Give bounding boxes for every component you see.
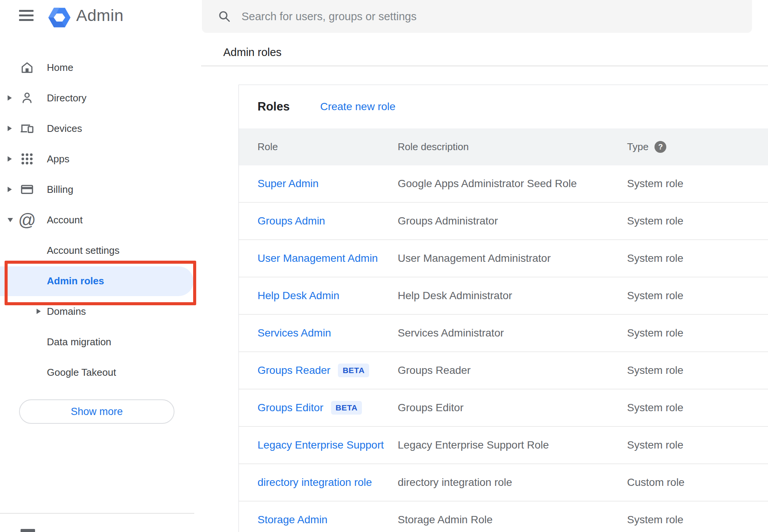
sidebar-item-apps[interactable]: Apps — [0, 144, 202, 174]
role-link[interactable]: User Management Admin — [258, 252, 378, 264]
devices-icon — [20, 121, 34, 136]
role-description: Help Desk Administrator — [398, 277, 512, 314]
table-row: User Management Admin User Management Ad… — [239, 240, 768, 277]
sidebar-item-label: Home — [47, 62, 73, 74]
role-link[interactable]: Legacy Enterprise Support — [258, 439, 384, 451]
create-new-role-link[interactable]: Create new role — [320, 101, 395, 113]
search-input[interactable] — [242, 10, 741, 23]
chevron-right-icon[interactable] — [8, 95, 12, 101]
role-type: System role — [627, 240, 683, 277]
table-row: Groups Admin Groups Administrator System… — [239, 203, 768, 240]
role-description: User Management Administrator — [398, 240, 551, 277]
sidebar-item-label: Account — [47, 214, 83, 226]
role-cell: Super Admin — [258, 165, 318, 202]
table-row: Super Admin Google Apps Administrator Se… — [239, 165, 768, 203]
credit-card-icon — [20, 182, 34, 197]
admin-console-screen: Admin Home Directory D — [0, 0, 768, 532]
search-bar[interactable] — [202, 0, 752, 33]
sidebar-item-label: Directory — [47, 92, 86, 104]
role-type: System role — [627, 165, 683, 202]
roles-card-header: Roles Create new role — [239, 85, 768, 128]
sidebar-item-label: Account settings — [47, 245, 120, 256]
role-link[interactable]: Storage Admin — [258, 514, 328, 526]
admin-logo-icon — [48, 7, 70, 28]
role-description: Groups Editor — [398, 389, 464, 426]
sidebar-item-label: Data migration — [47, 336, 111, 348]
role-type: System role — [627, 502, 683, 532]
sidebar-item-google-takeout[interactable]: Google Takeout — [0, 357, 202, 388]
role-link[interactable]: Help Desk Admin — [258, 290, 339, 302]
search-icon — [218, 10, 231, 23]
chevron-right-icon[interactable] — [8, 156, 12, 162]
show-more-button[interactable]: Show more — [19, 399, 174, 424]
chevron-right-icon[interactable] — [37, 309, 41, 314]
role-cell: Storage Admin — [258, 502, 328, 532]
person-icon — [20, 91, 34, 105]
role-description: Google Apps Administrator Seed Role — [398, 165, 577, 202]
app-bar: Admin — [0, 0, 202, 35]
role-link[interactable]: Groups Reader — [258, 364, 330, 377]
role-cell: User Management Admin — [258, 240, 378, 277]
role-type: Custom role — [627, 464, 685, 501]
column-header-type-label: Type — [627, 141, 648, 153]
sidebar-item-domains[interactable]: Domains — [0, 296, 202, 327]
role-cell: Services Admin — [258, 315, 331, 351]
sidebar-item-label: Google Takeout — [47, 367, 116, 378]
table-header-row: Role Role description Type ? — [239, 128, 768, 165]
sidebar-item-account[interactable]: @ Account — [0, 205, 202, 235]
sidebar-item-label: Devices — [47, 123, 82, 135]
sidebar-item-data-migration[interactable]: Data migration — [0, 327, 202, 357]
card-title: Roles — [258, 100, 290, 114]
role-cell: Groups Admin — [258, 203, 325, 239]
chevron-down-icon[interactable] — [8, 218, 13, 222]
role-description: Services Administrator — [398, 315, 504, 351]
column-header-description: Role description — [398, 128, 469, 165]
sidebar-item-directory[interactable]: Directory — [0, 83, 202, 113]
breadcrumb: Admin roles — [223, 46, 282, 59]
role-link[interactable]: directory integration role — [258, 476, 372, 489]
role-link[interactable]: Groups Admin — [258, 215, 325, 227]
chevron-right-icon[interactable] — [8, 187, 12, 192]
table-row: Groups Reader BETA Groups Reader System … — [239, 352, 768, 389]
content-divider — [201, 66, 768, 66]
app-title: Admin — [76, 6, 123, 25]
role-cell: Groups Editor BETA — [258, 389, 362, 426]
apps-grid-icon — [20, 152, 34, 166]
role-cell: Legacy Enterprise Support — [258, 427, 384, 463]
sidebar-item-label: Admin roles — [47, 275, 104, 287]
role-cell: directory integration role — [258, 464, 372, 501]
at-sign-icon: @ — [20, 213, 34, 227]
table-row: Groups Editor BETA Groups Editor System … — [239, 389, 768, 427]
partial-menu-icon — [21, 529, 35, 532]
beta-badge: BETA — [331, 401, 362, 415]
role-link[interactable]: Groups Editor — [258, 402, 323, 414]
home-icon — [20, 60, 34, 75]
role-cell: Help Desk Admin — [258, 277, 339, 314]
column-header-role: Role — [258, 128, 278, 165]
sidebar-item-admin-roles[interactable]: Admin roles — [0, 266, 202, 296]
sidebar-item-home[interactable]: Home — [0, 52, 202, 83]
table-row: Help Desk Admin Help Desk Administrator … — [239, 277, 768, 315]
help-icon[interactable]: ? — [654, 141, 666, 153]
role-type: System role — [627, 427, 683, 463]
roles-card: Roles Create new role Role Role descript… — [238, 85, 768, 532]
sidebar: Home Directory Devices — [0, 52, 202, 388]
role-description: Storage Admin Role — [398, 502, 493, 532]
role-type: System role — [627, 277, 683, 314]
chevron-right-icon[interactable] — [8, 126, 12, 131]
table-row: Storage Admin Storage Admin Role System … — [239, 502, 768, 532]
sidebar-item-billing[interactable]: Billing — [0, 174, 202, 205]
sidebar-item-label: Apps — [47, 153, 69, 165]
sidebar-divider — [0, 513, 194, 514]
role-description: directory integration role — [398, 464, 512, 501]
role-type: System role — [627, 203, 683, 239]
role-link[interactable]: Super Admin — [258, 178, 318, 190]
role-link[interactable]: Services Admin — [258, 327, 331, 339]
role-type: System role — [627, 389, 683, 426]
menu-icon[interactable] — [19, 10, 34, 22]
beta-badge: BETA — [338, 364, 369, 377]
sidebar-item-account-settings[interactable]: Account settings — [0, 235, 202, 266]
sidebar-item-devices[interactable]: Devices — [0, 113, 202, 144]
sidebar-item-label: Billing — [47, 184, 73, 195]
table-row: Legacy Enterprise Support Legacy Enterpr… — [239, 427, 768, 464]
